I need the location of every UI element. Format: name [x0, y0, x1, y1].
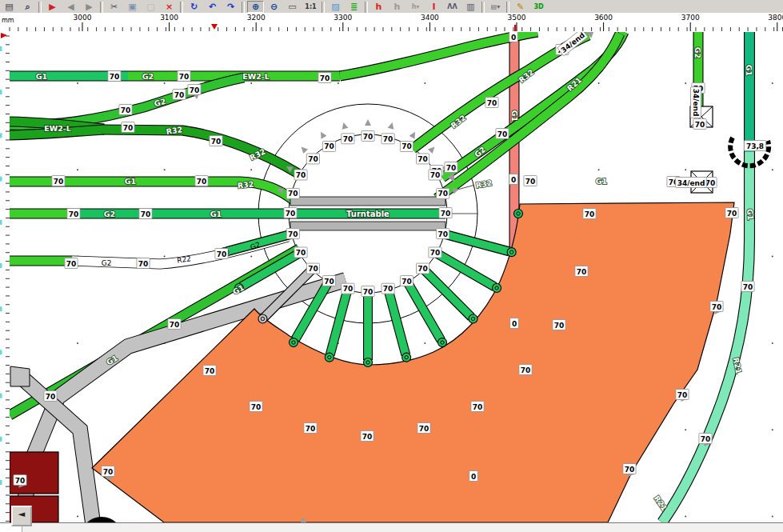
- measure-label: 70: [623, 464, 636, 474]
- svg-text:70: 70: [141, 210, 151, 218]
- zoom-out-button[interactable]: ⊖: [266, 1, 282, 13]
- print-button[interactable]: ▤: [1, 1, 18, 13]
- measure-label: 70: [44, 391, 57, 402]
- svg-text:70: 70: [401, 142, 412, 150]
- svg-text:70: 70: [363, 288, 374, 296]
- run-button[interactable]: ▶: [44, 1, 61, 13]
- measure-label: 70: [322, 141, 335, 151]
- svg-text:70: 70: [66, 260, 77, 268]
- ruler-tick-label: 3000: [74, 14, 92, 22]
- track-id-label: G1: [745, 65, 753, 76]
- building[interactable]: [10, 452, 58, 494]
- undo-button[interactable]: ↶: [204, 1, 221, 13]
- svg-text:70: 70: [362, 433, 373, 441]
- scroll-left-button[interactable]: ◄: [11, 506, 32, 526]
- svg-text:70: 70: [54, 178, 64, 186]
- rotate-button[interactable]: ↻: [186, 1, 202, 13]
- svg-text:70: 70: [727, 210, 737, 218]
- measure-label: 70: [583, 209, 596, 219]
- measure-label: 70: [710, 302, 723, 312]
- svg-text:70: 70: [308, 155, 318, 163]
- print-preview-button[interactable]: ⌕: [19, 1, 36, 13]
- measure-label: 70: [693, 119, 706, 130]
- track-id-label: R32: [475, 178, 493, 190]
- vruler-marker: [1, 33, 7, 38]
- background-image-button[interactable]: ▨: [327, 1, 344, 13]
- measure-label: 70: [575, 266, 588, 277]
- cut-button[interactable]: ✂: [106, 1, 122, 13]
- svg-text:70: 70: [430, 171, 441, 179]
- measure-label: 70: [188, 85, 201, 95]
- toolbar-separator: [38, 2, 42, 13]
- svg-text:70: 70: [417, 265, 428, 273]
- contour-button[interactable]: ▥: [462, 1, 479, 13]
- measure-label: 70: [400, 276, 413, 286]
- svg-text:70: 70: [179, 73, 190, 81]
- toolbar-separator: [100, 2, 103, 13]
- svg-text:70: 70: [197, 178, 207, 186]
- delete-button[interactable]: ×: [161, 1, 178, 13]
- measure-label: 70: [361, 431, 374, 442]
- track-id-label: G1: [745, 208, 755, 220]
- measure-label: 0: [469, 471, 478, 482]
- toolbar-separator: [180, 2, 183, 13]
- height-label-down-button[interactable]: h▾: [407, 1, 424, 13]
- bridge-button[interactable]: ΛΛ: [444, 1, 461, 13]
- measure-button[interactable]: ✎: [512, 1, 529, 13]
- measure-label: 70: [215, 249, 228, 259]
- redo-button[interactable]: ↷: [222, 1, 239, 13]
- svg-text:0: 0: [512, 320, 517, 328]
- zoom-window-button[interactable]: ▭: [284, 1, 301, 13]
- track-id-label: G1: [510, 110, 519, 122]
- measure-label: 70: [122, 122, 134, 133]
- height-label-active-button[interactable]: h: [370, 1, 387, 13]
- height-label-button[interactable]: h: [389, 1, 405, 13]
- measure-label: 70: [306, 263, 319, 274]
- measure-label: 70: [676, 390, 689, 400]
- measure-label: 70: [304, 423, 317, 434]
- svg-text:70: 70: [343, 135, 354, 143]
- toolbar-separator: [506, 2, 509, 13]
- svg-text:70: 70: [625, 466, 635, 474]
- svg-text:70: 70: [441, 210, 451, 218]
- view-3d-button[interactable]: 3D: [530, 1, 547, 13]
- nav-forward-button[interactable]: ▶: [81, 1, 98, 13]
- track-g2-diagonal[interactable]: [10, 78, 244, 125]
- measure-label: 70: [67, 209, 80, 219]
- copy-button[interactable]: ▣: [124, 1, 141, 13]
- ruler-red-tick: [514, 25, 517, 31]
- horizontal-scrollbar[interactable]: [0, 522, 783, 532]
- measure-label: 70: [250, 402, 262, 412]
- track-id-label: G1: [596, 177, 607, 186]
- svg-text:70: 70: [123, 124, 134, 132]
- track-row1-curve[interactable]: [340, 32, 537, 76]
- measure-label: 70: [471, 402, 484, 412]
- ruler-tick-label: 3500: [508, 14, 526, 22]
- svg-text:70: 70: [695, 121, 705, 129]
- svg-text:70: 70: [217, 250, 227, 258]
- zoom-in-button[interactable]: ⊕: [247, 1, 264, 13]
- paste-button[interactable]: ▢: [142, 1, 159, 13]
- svg-text:70: 70: [306, 425, 316, 433]
- ruler-unit-label: mm: [2, 17, 14, 24]
- plan-canvas[interactable]: 7070707070707070707070707070707070707007…: [10, 32, 783, 522]
- svg-text:70: 70: [401, 278, 412, 286]
- svg-text:70: 70: [110, 73, 120, 81]
- svg-text:70: 70: [430, 249, 441, 257]
- text-label-button[interactable]: I: [425, 1, 442, 13]
- grid-options-button[interactable]: ▤▾: [487, 1, 504, 13]
- svg-text:70: 70: [383, 285, 393, 293]
- zoom-1-1-button[interactable]: 1:1: [302, 1, 319, 13]
- svg-text:34/end: 34/end: [677, 179, 705, 187]
- svg-text:70: 70: [419, 425, 429, 433]
- nav-back-button[interactable]: ◀: [62, 1, 79, 13]
- measure-label: 70: [286, 188, 299, 198]
- svg-text:70: 70: [437, 230, 448, 238]
- layers-button[interactable]: ≣: [346, 1, 362, 13]
- measure-label: 70: [437, 188, 449, 198]
- svg-text:70: 70: [324, 278, 334, 286]
- svg-text:70: 70: [320, 74, 330, 82]
- measure-label: 70: [137, 258, 150, 269]
- svg-text:70: 70: [712, 303, 722, 311]
- measure-label: 34/end: [676, 178, 707, 188]
